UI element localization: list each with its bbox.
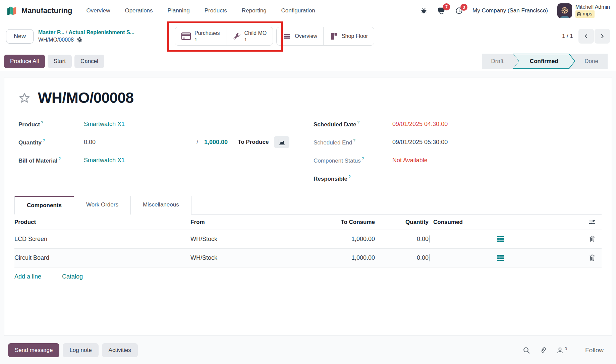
smart-button-group-left: Purchases 1 Child MO 1 — [175, 27, 273, 45]
favorite-star-icon[interactable] — [18, 92, 31, 104]
row-quantity[interactable]: 0.00 — [375, 254, 429, 261]
add-a-line-link[interactable]: Add a line — [14, 273, 41, 280]
row-to-consume[interactable]: 1,000.00 — [335, 254, 375, 261]
help-icon[interactable]: ? — [357, 120, 360, 125]
shop-floor-smart-button[interactable]: Shop Floor — [324, 27, 374, 45]
column-to-consume[interactable]: To Consume — [335, 219, 375, 226]
bom-value[interactable]: Smartwatch X1 — [84, 157, 125, 164]
consumed-checkbox[interactable] — [429, 235, 430, 243]
help-icon[interactable]: ? — [58, 157, 61, 161]
app-brand[interactable]: Manufacturing — [6, 5, 72, 16]
search-messages-icon[interactable] — [522, 346, 530, 354]
odoo-app-logo-icon — [6, 5, 17, 16]
breadcrumb: Master P.../Actual Replenishment S... WH… — [38, 29, 134, 43]
bom-field: Bill of Material? Smartwatch X1 — [18, 154, 314, 167]
help-icon[interactable]: ? — [43, 138, 45, 143]
help-icon[interactable]: ? — [348, 175, 351, 179]
settings-gear-icon[interactable] — [76, 37, 83, 43]
followers-icon[interactable]: 0 — [556, 346, 567, 354]
status-step-draft[interactable]: Draft — [482, 54, 513, 69]
company-switcher[interactable]: My Company (San Francisco) — [472, 7, 548, 14]
column-consumed[interactable]: Consumed — [429, 219, 467, 226]
components-table-header: Product From To Consume Quantity Consume… — [14, 215, 602, 230]
responsible-field: Responsible? — [314, 172, 602, 185]
activities-clock-icon[interactable]: 3 — [455, 7, 463, 15]
cancel-button[interactable]: Cancel — [74, 55, 104, 68]
move-details-button[interactable] — [496, 234, 506, 244]
child-mo-label: Child MO — [244, 30, 267, 36]
product-value[interactable]: Smartwatch X1 — [84, 121, 125, 128]
scheduled-date-value[interactable]: 09/01/2025 04:30:00 — [392, 121, 448, 128]
breadcrumb-replenishment[interactable]: Actual Replenishment S... — [68, 29, 134, 35]
purchases-smart-button[interactable]: Purchases 1 — [175, 27, 226, 45]
quantity-total[interactable]: 1,000.00 — [204, 139, 228, 146]
detailed-operations-icon — [497, 254, 504, 261]
menu-reporting[interactable]: Reporting — [242, 7, 267, 14]
row-product[interactable]: LCD Screen — [14, 236, 190, 243]
menu-products[interactable]: Products — [205, 7, 227, 14]
delete-row-button[interactable] — [587, 253, 597, 263]
activities-button[interactable]: Activities — [102, 343, 138, 357]
pager-value: 1 / 1 — [562, 33, 573, 40]
help-icon[interactable]: ? — [41, 120, 43, 125]
top-navbar: Manufacturing Overview Operations Planni… — [0, 0, 616, 21]
overview-smart-button[interactable]: Overview — [277, 27, 324, 45]
menu-overview[interactable]: Overview — [87, 7, 110, 14]
list-lines-icon — [283, 32, 291, 40]
smart-button-zone: Purchases 1 Child MO 1 — [175, 27, 374, 45]
column-quantity[interactable]: Quantity — [375, 219, 429, 226]
pager-next-button[interactable] — [595, 29, 610, 44]
delete-row-button[interactable] — [587, 234, 597, 244]
status-step-confirmed[interactable]: Confirmed — [513, 54, 575, 69]
produce-all-button[interactable]: Produce All — [4, 55, 45, 68]
tab-components[interactable]: Components — [14, 196, 74, 215]
child-mo-smart-button[interactable]: Child MO 1 — [226, 27, 273, 45]
breadcrumb-master-production[interactable]: Master P... — [38, 29, 64, 35]
quantity-value[interactable]: 0.00 — [84, 139, 197, 146]
status-step-done[interactable]: Done — [575, 54, 608, 69]
menu-configuration[interactable]: Configuration — [281, 7, 315, 14]
tab-work-orders[interactable]: Work Orders — [74, 196, 131, 215]
database-icon — [577, 12, 581, 16]
area-chart-icon — [278, 139, 285, 145]
kanban-icon — [330, 32, 338, 41]
row-from[interactable]: WH/Stock — [190, 254, 335, 261]
activities-badge: 3 — [460, 4, 467, 11]
column-product[interactable]: Product — [14, 219, 190, 226]
help-icon[interactable]: ? — [362, 157, 364, 161]
row-quantity[interactable]: 0.00 — [375, 236, 429, 243]
menu-planning[interactable]: Planning — [168, 7, 190, 14]
component-row-lcd-screen[interactable]: LCD Screen WH/Stock 1,000.00 0.00 — [14, 230, 602, 249]
row-product[interactable]: Circuit Board — [14, 254, 190, 261]
debug-bug-icon[interactable] — [420, 7, 428, 14]
optional-columns-button[interactable] — [583, 219, 602, 226]
consumed-checkbox[interactable] — [429, 254, 430, 261]
row-from[interactable]: WH/Stock — [190, 236, 335, 243]
component-status-label: Component Status? — [314, 157, 392, 164]
pager-previous-button[interactable] — [578, 29, 594, 44]
user-menu[interactable]: Mitchell Admin mps — [557, 3, 610, 18]
log-note-button[interactable]: Log note — [63, 343, 98, 357]
catalog-link[interactable]: Catalog — [62, 273, 83, 280]
notebook-tabs: Components Work Orders Miscellaneous — [14, 195, 602, 215]
messages-icon[interactable]: 7 — [437, 6, 446, 15]
component-status-value: Not Available — [392, 157, 428, 164]
new-button[interactable]: New — [6, 29, 34, 44]
systray: 7 3 My Company (San Francisco) — [420, 3, 610, 18]
follow-button[interactable]: Follow — [585, 347, 604, 354]
start-button[interactable]: Start — [48, 55, 72, 68]
component-row-circuit-board[interactable]: Circuit Board WH/Stock 1,000.00 0.00 — [14, 249, 602, 267]
help-icon[interactable]: ? — [353, 138, 355, 143]
forecast-chart-button[interactable] — [274, 136, 289, 148]
move-details-button[interactable] — [496, 253, 506, 262]
attachments-paperclip-icon[interactable] — [539, 346, 547, 354]
table-footer-links: Add a line Catalog — [14, 267, 602, 286]
row-to-consume[interactable]: 1,000.00 — [335, 236, 375, 243]
menu-operations[interactable]: Operations — [125, 7, 153, 14]
app-name: Manufacturing — [21, 6, 72, 15]
quantity-slash: / — [197, 139, 198, 146]
column-from[interactable]: From — [190, 219, 335, 226]
tab-miscellaneous[interactable]: Miscellaneous — [131, 196, 191, 215]
send-message-button[interactable]: Send message — [8, 343, 59, 357]
breadcrumb-current: WH/MO/00008 — [38, 36, 74, 44]
